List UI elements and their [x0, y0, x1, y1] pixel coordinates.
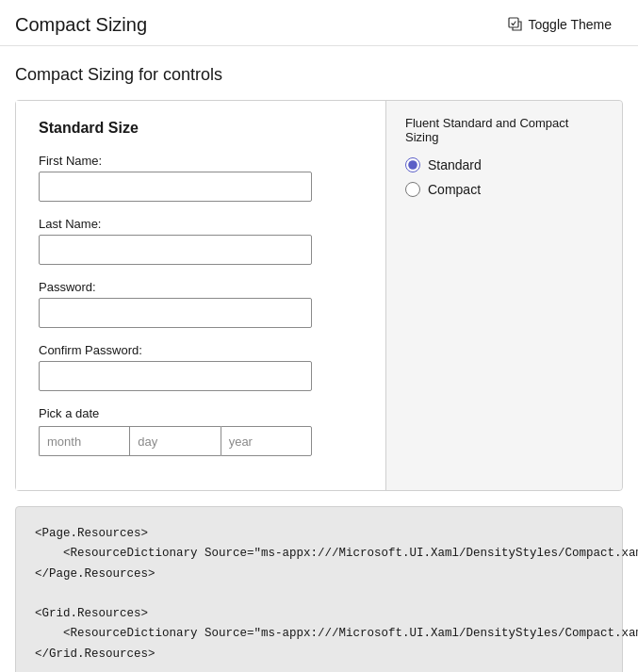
compact-radio[interactable] [405, 182, 420, 197]
page-subtitle: Compact Sizing for controls [15, 65, 623, 85]
year-placeholder: year [229, 434, 253, 449]
toggle-theme-button[interactable]: Toggle Theme [500, 13, 619, 36]
app-header: Compact Sizing Toggle Theme [0, 0, 638, 46]
settings-panel: Fluent Standard and Compact Sizing Stand… [386, 101, 622, 490]
date-group: Pick a date month day year [39, 406, 363, 456]
compact-radio-item[interactable]: Compact [405, 182, 603, 197]
compact-label: Compact [428, 182, 481, 197]
standard-radio[interactable] [405, 157, 420, 172]
first-name-group: First Name: [39, 154, 363, 202]
first-name-label: First Name: [39, 154, 363, 168]
last-name-label: Last Name: [39, 217, 363, 231]
date-label: Pick a date [39, 406, 363, 420]
svg-rect-0 [509, 18, 518, 27]
toggle-theme-icon [508, 17, 523, 32]
code-section: <Page.Resources> <ResourceDictionary Sou… [15, 506, 623, 672]
month-placeholder: month [47, 434, 81, 449]
year-picker[interactable]: year [221, 426, 312, 456]
password-group: Password: [39, 280, 363, 328]
confirm-password-label: Confirm Password: [39, 343, 363, 357]
standard-label: Standard [428, 157, 482, 172]
confirm-password-group: Confirm Password: [39, 343, 363, 391]
date-picker: month day year [39, 426, 312, 456]
code-block: <Page.Resources> <ResourceDictionary Sou… [35, 524, 603, 664]
first-name-input[interactable] [39, 172, 312, 202]
app-title: Compact Sizing [15, 14, 147, 36]
standard-radio-item[interactable]: Standard [405, 157, 603, 172]
card-container: Standard Size First Name: Last Name: Pas… [15, 100, 623, 491]
password-input[interactable] [39, 298, 312, 328]
confirm-password-input[interactable] [39, 361, 312, 391]
section-title: Standard Size [39, 120, 363, 137]
month-picker[interactable]: month [39, 426, 129, 456]
last-name-group: Last Name: [39, 217, 363, 265]
password-label: Password: [39, 280, 363, 294]
day-picker[interactable]: day [129, 426, 220, 456]
sizing-radio-group: Standard Compact [405, 157, 603, 197]
day-placeholder: day [138, 434, 157, 449]
main-content: Compact Sizing for controls Standard Siz… [0, 46, 638, 672]
form-section: Standard Size First Name: Last Name: Pas… [16, 101, 386, 490]
toggle-theme-label: Toggle Theme [529, 17, 612, 32]
settings-title: Fluent Standard and Compact Sizing [405, 116, 603, 144]
last-name-input[interactable] [39, 235, 312, 265]
